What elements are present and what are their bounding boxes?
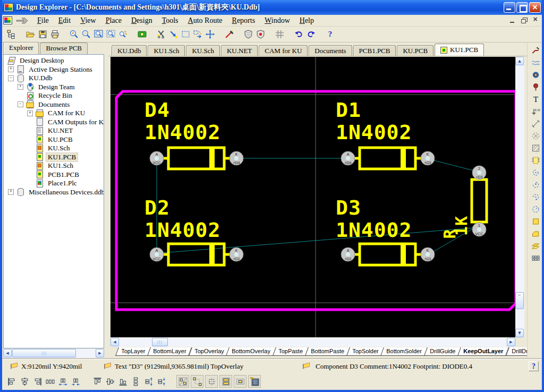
drc-shield-run-icon[interactable] [254,28,267,40]
increase-vertical-spacing-icon[interactable] [142,375,155,388]
select-area-icon[interactable] [180,28,192,40]
zoom-area-icon[interactable] [105,28,117,40]
panel-tab-explorer[interactable]: Explorer [3,42,39,54]
status-help-button[interactable]: ? [529,361,539,371]
undo-icon[interactable] [293,28,305,40]
layer-tab-toplayer[interactable]: TopLayer [115,347,151,356]
pad-r-1[interactable]: 1VCC [472,223,486,236]
component-d3[interactable] [353,244,423,265]
place-string-icon[interactable]: T [530,95,542,104]
minimize-button[interactable] [504,2,515,13]
panel-tab-browse-pcb[interactable]: Browse PCB [40,42,88,54]
menu-design[interactable]: Design [126,15,157,26]
component-d1[interactable] [353,148,423,169]
layer-tab-bottomsolder[interactable]: BottomSolder [381,347,428,356]
doc-tab-ku-pcb[interactable]: KU.PCB [397,45,434,56]
menu-auto-route[interactable]: Auto Route [183,15,227,26]
pad-d2-k[interactable]: K+D2 [230,248,243,261]
doc-tab-cam-for-ku[interactable]: CAM for KU [259,45,308,56]
place-fill-hatched-icon[interactable] [530,143,542,153]
magic-wand-icon[interactable] [223,28,235,40]
pad-d1-k[interactable]: K+D3 [421,151,435,165]
pad-d2-a[interactable]: AVCC [150,248,164,261]
layer-tab-bottompaste[interactable]: BottomPaste [305,347,350,356]
layer-tab-keepoutlayer[interactable]: KeepOutLayer [457,347,509,356]
doc-tab-ku1-pcb[interactable]: KU1.PCB [435,44,484,56]
component-d4[interactable] [162,148,232,169]
tree-item-ku1-pcb[interactable]: KU1.PCB [4,153,104,162]
place-pad-array-icon[interactable] [530,253,542,263]
place-dimension-icon[interactable] [530,119,542,129]
menu-reports[interactable]: Reports [227,15,260,26]
doc-tab-ku-sch[interactable]: KU.Sch [186,45,220,56]
pad-d4-k[interactable]: K+D4 [230,151,243,165]
arrange-rooms-icon[interactable] [219,375,232,388]
tree-item-design-team[interactable]: +Design Team [4,83,104,92]
tree-expander[interactable]: + [27,110,33,116]
mdi-restore-button[interactable] [520,16,529,24]
place-coordinate-icon[interactable]: 10,10 [530,107,542,116]
decrease-vertical-spacing-icon[interactable] [155,375,167,388]
tree-item-design-desktop[interactable]: Design Desktop [4,56,104,65]
print-icon[interactable] [49,28,61,40]
scroll-thumb[interactable]: = [515,292,524,309]
maximize-button[interactable] [516,2,528,13]
tree-item-recycle-bin[interactable]: Recycle Bin [4,91,104,100]
place-full-circle-icon[interactable] [530,204,542,214]
doc-tab-documents[interactable]: Documents [309,45,352,56]
doc-tab-ku1-sch[interactable]: KU1.Sch [148,45,185,56]
doc-tab-pcb1-pcb[interactable]: PCB1.PCB [353,45,396,56]
arrange-within-room-icon[interactable] [176,375,189,388]
open-icon[interactable] [24,28,37,40]
menu-place[interactable]: Place [101,15,126,26]
explorer-horizontal-scrollbar[interactable]: ◀ ||| ▶ [3,349,104,358]
pcb-canvas[interactable]: AVCC K+D4 A+D4 K+D3 [110,57,517,337]
title-bar[interactable]: Design Explorer - [C:\Documents and Sett… [0,0,544,15]
layer-tab-topsolder[interactable]: TopSolder [346,347,384,356]
scroll-left-button[interactable]: ◀ [110,338,119,346]
distribute-vertical-icon[interactable] [129,375,142,388]
increase-horizontal-spacing-icon[interactable] [56,375,69,388]
tree-item-ku-pcb[interactable]: KU.PCB [4,135,104,144]
layer-tab-drillguide[interactable]: DrillGuide [424,347,461,356]
menu-help[interactable]: Help [295,15,319,26]
component-d2[interactable] [162,244,232,265]
pad-d3-k[interactable]: K+D3 [421,248,435,261]
comment-r[interactable]: 1K [454,212,470,239]
menu-window[interactable]: Window [260,15,295,26]
align-center-horizontal-icon[interactable] [18,375,31,388]
designator-d3[interactable]: D3 [336,197,361,218]
place-arc-center-icon[interactable] [530,180,542,190]
tree-item-cam-outputs-for-ku[interactable]: CAM Outputs for KU [4,118,104,127]
place-polygon-cutout-icon[interactable] [530,131,542,141]
align-top-icon[interactable] [91,375,104,388]
canvas-vertical-scrollbar[interactable]: ▲ = ▼ [515,57,524,337]
tree-item-ku1-sch[interactable]: KU1.Sch [4,161,104,171]
scroll-right-button[interactable]: ▶ [507,338,515,346]
tree-item-pcb1-pcb[interactable]: PCB1.PCB [4,171,104,180]
align-center-vertical-icon[interactable] [104,375,116,388]
scroll-thumb[interactable]: ||| [12,349,76,357]
scroll-up-button[interactable]: ▲ [515,57,524,65]
save-icon[interactable] [37,28,49,40]
scroll-right-button[interactable]: ▶ [96,349,104,357]
move-to-grid-icon[interactable] [205,375,218,388]
tree-item-cam-for-ku[interactable]: +CAM for KU [4,109,104,118]
redo-icon[interactable] [305,28,317,40]
paste-arrow-icon[interactable] [167,28,180,40]
place-track-icon[interactable] [530,58,542,67]
comment-d3[interactable]: 1N4002 [336,219,412,241]
cut-icon[interactable] [155,28,167,40]
zoom-out-icon[interactable] [80,28,92,40]
comment-d4[interactable]: 1N4002 [144,122,220,143]
place-via-icon[interactable] [530,82,542,92]
interactive-routing-icon[interactable] [530,46,542,55]
canvas-horizontal-scrollbar[interactable]: ◀ ||| ▶ [110,338,515,347]
place-arc-edge-icon[interactable] [530,168,542,177]
pad-d3-a[interactable]: A+D2 [341,248,355,261]
doc-tab-ku-ddb[interactable]: KU.Ddb [112,45,147,56]
designator-d4[interactable]: D4 [144,99,170,121]
help-icon[interactable]: ? [324,28,336,40]
tree-item-documents[interactable]: -Documents [4,100,104,109]
move-cross-icon[interactable] [204,28,216,40]
